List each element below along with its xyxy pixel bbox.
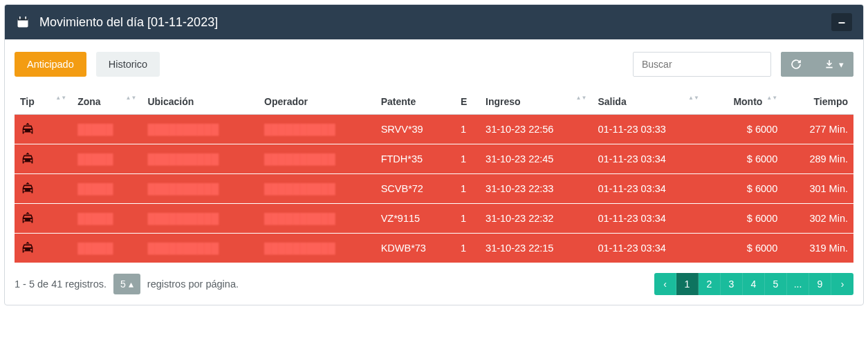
refresh-button[interactable]: [781, 52, 811, 77]
cell-patente: SRVV*39: [376, 115, 455, 144]
col-ubicacion[interactable]: Ubicación: [142, 89, 259, 115]
col-patente[interactable]: Patente: [376, 89, 455, 115]
search-input[interactable]: [633, 52, 771, 77]
car-icon: [20, 240, 66, 256]
cell-patente: KDWB*73: [376, 234, 455, 263]
per-page-label: registros por página.: [147, 279, 239, 290]
refresh-icon: [791, 59, 802, 70]
cell-ingreso: 31-10-23 22:56: [480, 115, 592, 144]
cell-salida: 01-11-23 03:33: [592, 115, 704, 144]
cell-ingreso: 31-10-23 22:15: [480, 234, 592, 263]
cell-monto: $ 6000: [705, 115, 783, 144]
collapse-button[interactable]: –: [831, 13, 852, 31]
cell-operador: ██████████: [259, 174, 376, 204]
cell-zona: █████: [72, 234, 142, 263]
caret-down-icon: ▾: [839, 59, 844, 70]
cell-zona: █████: [72, 204, 142, 234]
page-1[interactable]: 1: [676, 273, 699, 295]
cell-salida: 01-11-23 03:34: [592, 234, 704, 263]
export-button[interactable]: ▾: [814, 52, 853, 77]
table-row[interactable]: █████████████████████████VZ*9115131-10-2…: [15, 204, 853, 234]
car-icon: [20, 211, 66, 226]
cell-ubicacion: ██████████: [142, 204, 259, 234]
page-9[interactable]: 9: [809, 273, 831, 295]
caret-up-icon: ▴: [129, 279, 133, 290]
table-row[interactable]: █████████████████████████KDWB*73131-10-2…: [15, 234, 853, 263]
cell-e: 1: [455, 174, 480, 204]
col-tip[interactable]: Tip▲▼: [15, 89, 72, 115]
page-4[interactable]: 4: [743, 273, 765, 295]
cell-operador: ██████████: [259, 115, 376, 144]
pagination: ‹12345...9›: [654, 273, 853, 295]
records-range: 1 - 5 de 41 registros.: [15, 279, 107, 290]
cell-monto: $ 6000: [705, 174, 783, 204]
cell-tiempo: 277 Min.: [783, 115, 853, 144]
cell-zona: █████: [72, 174, 142, 204]
page-5[interactable]: 5: [765, 273, 787, 295]
cell-zona: █████: [72, 115, 142, 144]
cell-e: 1: [455, 115, 480, 144]
page-2[interactable]: 2: [699, 273, 721, 295]
svg-rect-2: [19, 17, 21, 19]
col-tiempo[interactable]: Tiempo: [783, 89, 853, 115]
page-next[interactable]: ›: [831, 273, 853, 295]
table-row[interactable]: █████████████████████████SCVB*72131-10-2…: [15, 174, 853, 204]
action-button-group: ▾: [781, 52, 853, 77]
table-footer: 1 - 5 de 41 registros. 5 ▴ registros por…: [15, 273, 853, 295]
cell-salida: 01-11-23 03:34: [592, 144, 704, 174]
cell-operador: ██████████: [259, 234, 376, 263]
cell-ingreso: 31-10-23 22:33: [480, 174, 592, 204]
page-size-select[interactable]: 5 ▴: [113, 274, 140, 294]
cell-tiempo: 289 Min.: [783, 144, 853, 174]
panel-title: Movimiento del día [01-11-2023]: [39, 15, 822, 30]
panel-body: Anticipado Historico ▾ Tip▲▼ Zona▲▼ Ubic…: [5, 39, 863, 305]
col-e[interactable]: E: [455, 89, 480, 115]
cell-tiempo: 319 Min.: [783, 234, 853, 263]
table-row[interactable]: █████████████████████████SRVV*39131-10-2…: [15, 115, 853, 144]
toolbar: Anticipado Historico ▾: [15, 52, 853, 77]
car-icon: [20, 181, 66, 196]
cell-ubicacion: ██████████: [142, 174, 259, 204]
cell-ubicacion: ██████████: [142, 115, 259, 144]
page-prev[interactable]: ‹: [654, 273, 676, 295]
col-operador[interactable]: Operador: [259, 89, 376, 115]
movements-table: Tip▲▼ Zona▲▼ Ubicación Operador Patente …: [15, 89, 853, 263]
cell-operador: ██████████: [259, 204, 376, 234]
cell-tiempo: 301 Min.: [783, 174, 853, 204]
cell-monto: $ 6000: [705, 204, 783, 234]
cell-ingreso: 31-10-23 22:45: [480, 144, 592, 174]
svg-rect-1: [18, 18, 28, 20]
cell-patente: FTDH*35: [376, 144, 455, 174]
cell-ingreso: 31-10-23 22:32: [480, 204, 592, 234]
cell-monto: $ 6000: [705, 144, 783, 174]
cell-operador: ██████████: [259, 144, 376, 174]
page-3[interactable]: 3: [721, 273, 743, 295]
anticipado-button[interactable]: Anticipado: [15, 52, 86, 77]
car-icon: [20, 151, 66, 167]
cell-ubicacion: ██████████: [142, 234, 259, 263]
cell-e: 1: [455, 204, 480, 234]
cell-e: 1: [455, 144, 480, 174]
col-zona[interactable]: Zona▲▼: [72, 89, 142, 115]
movements-panel: Movimiento del día [01-11-2023] – Antici…: [4, 4, 864, 305]
page-...[interactable]: ...: [787, 273, 809, 295]
cell-ubicacion: ██████████: [142, 144, 259, 174]
col-salida[interactable]: Salida▲▼: [592, 89, 704, 115]
cell-e: 1: [455, 234, 480, 263]
svg-rect-3: [25, 17, 26, 19]
table-row[interactable]: █████████████████████████FTDH*35131-10-2…: [15, 144, 853, 174]
col-monto[interactable]: Monto▲▼: [705, 89, 783, 115]
col-ingreso[interactable]: Ingreso▲▼: [480, 89, 592, 115]
cell-salida: 01-11-23 03:34: [592, 204, 704, 234]
cell-patente: VZ*9115: [376, 204, 455, 234]
car-icon: [20, 122, 66, 137]
cell-patente: SCVB*72: [376, 174, 455, 204]
historico-button[interactable]: Historico: [96, 52, 160, 77]
calendar-icon: [16, 15, 30, 29]
download-icon: [824, 59, 835, 70]
cell-monto: $ 6000: [705, 234, 783, 263]
cell-zona: █████: [72, 144, 142, 174]
cell-tiempo: 302 Min.: [783, 204, 853, 234]
cell-salida: 01-11-23 03:34: [592, 174, 704, 204]
panel-header: Movimiento del día [01-11-2023] –: [5, 5, 863, 39]
